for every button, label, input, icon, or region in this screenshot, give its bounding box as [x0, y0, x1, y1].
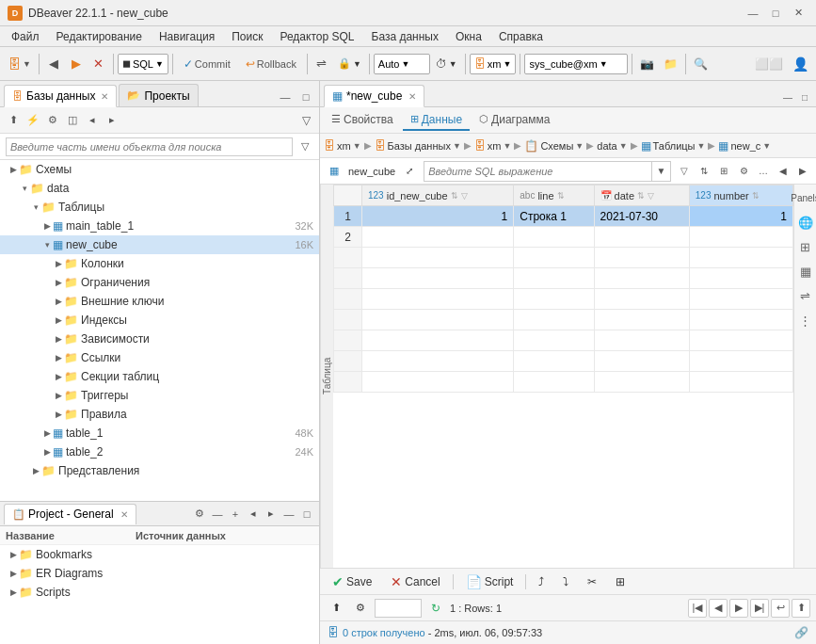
col-id-filter-icon[interactable]: ▽	[461, 191, 468, 201]
tree-item-rules[interactable]: ▶ 📁 Правила	[0, 405, 319, 424]
tree-item-schemas[interactable]: ▶ 📁 Схемы	[0, 160, 319, 179]
sql-more-btn[interactable]: …	[754, 162, 773, 181]
nav-next-btn[interactable]: ▶	[729, 599, 748, 618]
user-icon[interactable]: 👤	[789, 52, 812, 76]
tree-item-new-cube[interactable]: ▾ ▦ new_cube 16K	[0, 235, 319, 254]
sql-filter-apply-btn[interactable]: ▽	[675, 162, 694, 181]
rollback-button[interactable]: ↩ Rollback	[239, 52, 303, 76]
sys-dropdown[interactable]: sys_cube@xm ▼	[524, 54, 628, 74]
tree-item-refs[interactable]: ▶ 📁 Ссылки	[0, 348, 319, 367]
col-date-filter-icon[interactable]: ▽	[648, 191, 654, 201]
menu-sql-editor[interactable]: Редактор SQL	[272, 28, 361, 45]
refresh-button[interactable]: ✕	[88, 52, 109, 76]
collapse-all-button[interactable]: ⬆	[4, 111, 23, 130]
config-btn[interactable]: ⚙	[350, 596, 371, 620]
nav-last-btn[interactable]: ▶|	[750, 599, 769, 618]
col-id-sort-icon[interactable]: ⇅	[451, 191, 458, 201]
side-icon-more[interactable]: ⋮	[796, 311, 815, 330]
nav-prev-btn[interactable]: ◀	[709, 599, 728, 618]
col-number-sort-icon[interactable]: ⇅	[752, 191, 760, 201]
close-button[interactable]: ✕	[788, 5, 808, 22]
auto-mode-dropdown[interactable]: Auto ▼	[374, 54, 430, 74]
expand-er[interactable]: ▶	[8, 568, 19, 579]
tree-item-table-1[interactable]: ▶ ▦ table_1 48K	[0, 424, 319, 443]
menu-search[interactable]: Поиск	[224, 28, 270, 45]
tab-databases[interactable]: 🗄 Базы данных ✕	[4, 85, 117, 107]
panel-max-button[interactable]: □	[296, 88, 315, 106]
subtab-data[interactable]: ⊞ Данные	[403, 110, 470, 131]
menu-windows[interactable]: Окна	[448, 28, 489, 45]
project-scripts[interactable]: ▶ 📁 Scripts	[0, 583, 319, 602]
tree-item-views[interactable]: ▶ 📁 Представления	[0, 461, 319, 480]
col-number-header[interactable]: 123 number ⇅	[689, 185, 792, 206]
bc-schemas[interactable]: 📋 Схемы ▼	[524, 139, 584, 153]
import-btn[interactable]: ⬆	[326, 596, 346, 620]
new-connection-button[interactable]: 🗄 ▼	[4, 52, 35, 76]
sql-sort-btn[interactable]: ⇅	[695, 162, 713, 181]
snapshot-button[interactable]: 📷	[636, 52, 658, 76]
col-id-header[interactable]: 123 id_new_cube ⇅ ▽	[362, 185, 514, 206]
project-nav-fwd-btn[interactable]: ▸	[263, 506, 280, 523]
tree-filter-button[interactable]: ▽	[296, 111, 315, 130]
sql-nav-left-btn[interactable]: ◀	[774, 162, 792, 181]
cell-number-1[interactable]: 1	[689, 206, 792, 227]
expand-views[interactable]: ▶	[30, 465, 41, 476]
cancel-button[interactable]: ✕ Cancel	[384, 572, 446, 592]
expand-table-2[interactable]: ▶	[41, 446, 53, 458]
subtab-diagram[interactable]: ⬡ Диаграмма	[472, 110, 557, 131]
menu-navigate[interactable]: Навигация	[152, 28, 222, 45]
tree-item-deps[interactable]: ▶ 📁 Зависимости	[0, 330, 319, 348]
cell-date-1[interactable]: 2021-07-30	[594, 206, 689, 227]
panels-icon[interactable]: Panels	[796, 188, 815, 207]
side-icon-grid[interactable]: ▦	[796, 262, 815, 281]
nav-first-btn[interactable]: |◀	[688, 599, 707, 618]
panel-min-button[interactable]: —	[276, 88, 295, 106]
project-bookmarks[interactable]: ▶ 📁 Bookmarks	[0, 545, 319, 564]
sync-button[interactable]: ⚡	[24, 111, 42, 130]
filter-icon[interactable]: ▽	[296, 138, 313, 155]
sql-mode-dropdown[interactable]: ◼ SQL ▼	[118, 54, 168, 74]
row-more-btn[interactable]: ⊞	[609, 572, 632, 592]
tree-nav-fwd[interactable]: ▸	[103, 111, 121, 130]
project-min-btn[interactable]: —	[280, 506, 297, 523]
sql-input[interactable]	[424, 162, 651, 181]
filter-button[interactable]: ⇌	[312, 52, 332, 76]
lock-button[interactable]: 🔒 ▼	[334, 52, 365, 76]
tree-item-tables[interactable]: ▾ 📁 Таблицы	[0, 198, 319, 217]
row-del-btn[interactable]: ✂	[581, 572, 603, 592]
table-side-label[interactable]: Таблица	[320, 185, 333, 568]
tree-item-constraints[interactable]: ▶ 📁 Ограничения	[0, 273, 319, 292]
col-date-header[interactable]: 📅 date ⇅ ▽	[594, 185, 689, 206]
project-add-btn[interactable]: +	[227, 506, 244, 523]
sql-run-dropdown[interactable]: ▼	[651, 161, 670, 182]
expand-new-cube[interactable]: ▾	[41, 239, 53, 250]
search-input[interactable]	[6, 137, 293, 156]
expand-bookmarks[interactable]: ▶	[8, 549, 19, 560]
bc-new-cube[interactable]: ▦ new_c ▼	[718, 139, 771, 153]
tree-item-fk[interactable]: ▶ 📁 Внешние ключи	[0, 292, 319, 311]
tree-item-indexes[interactable]: ▶ 📁 Индексы	[0, 311, 319, 330]
expand-main-table-1[interactable]: ▶	[41, 220, 53, 232]
project-max-btn[interactable]: □	[298, 506, 315, 523]
save-button[interactable]: ✔ Save	[326, 572, 378, 592]
status-link-icon[interactable]: 🔗	[794, 626, 808, 639]
grid-wrapper[interactable]: 123 id_new_cube ⇅ ▽ abc line	[333, 185, 793, 568]
bc-xm[interactable]: 🗄 xm ▼	[324, 139, 361, 153]
status-zero-rows[interactable]: 0 строк получено	[343, 627, 425, 638]
sql-nav-right-btn[interactable]: ▶	[793, 162, 812, 181]
tree-item-triggers[interactable]: ▶ 📁 Триггеры	[0, 386, 319, 405]
expand-refs[interactable]: ▶	[53, 352, 64, 363]
expand-table-1[interactable]: ▶	[41, 427, 53, 439]
sql-cols-btn[interactable]: ⊞	[714, 162, 733, 181]
nav-count-btn[interactable]: ↩	[771, 599, 790, 618]
search-toolbar-button[interactable]: 🔍	[690, 52, 712, 76]
expand-triggers[interactable]: ▶	[53, 390, 64, 401]
expand-deps[interactable]: ▶	[53, 333, 64, 345]
menu-help[interactable]: Справка	[491, 28, 551, 45]
project-button[interactable]: 📁	[660, 52, 681, 76]
nav-export-btn[interactable]: ⬆	[792, 599, 810, 618]
tree-item-data[interactable]: ▾ 📁 data	[0, 179, 319, 198]
expand-rules[interactable]: ▶	[53, 409, 64, 420]
commit-button[interactable]: ✓ Commit	[177, 52, 237, 76]
limit-input[interactable]: 200	[375, 599, 422, 618]
